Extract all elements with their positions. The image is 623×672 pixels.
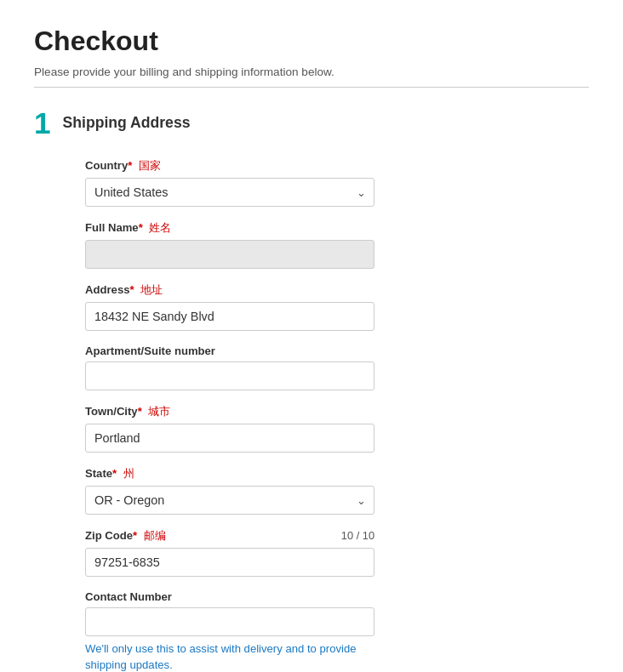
step-number: 1 bbox=[34, 108, 51, 138]
zip-input[interactable] bbox=[85, 548, 374, 577]
zip-count: 10 / 10 bbox=[341, 529, 374, 542]
zip-group: Zip Code* 邮编 10 / 10 bbox=[85, 528, 589, 577]
country-select[interactable]: United States Canada United Kingdom Aust… bbox=[85, 178, 374, 207]
section-title: Shipping Address bbox=[63, 114, 191, 132]
country-select-wrapper: United States Canada United Kingdom Aust… bbox=[85, 178, 374, 207]
zip-label-row: Zip Code* 邮编 10 / 10 bbox=[85, 528, 374, 544]
apt-label: Apartment/Suite number bbox=[85, 345, 589, 357]
contact-group: Contact Number We'll only use this to as… bbox=[85, 590, 589, 672]
contact-hint: We'll only use this to assist with deliv… bbox=[85, 641, 374, 672]
contact-label: Contact Number bbox=[85, 590, 589, 603]
town-label: Town/City* 城市 bbox=[85, 404, 589, 419]
full-name-label: Full Name* 姓名 bbox=[85, 220, 589, 236]
full-name-input[interactable] bbox=[85, 240, 374, 269]
town-input[interactable] bbox=[85, 424, 374, 453]
country-group: Country* 国家 United States Canada United … bbox=[85, 158, 589, 207]
state-label: State* 州 bbox=[85, 466, 589, 481]
state-group: State* 州 OR - Oregon CA - California WA … bbox=[85, 466, 589, 515]
divider bbox=[34, 87, 589, 88]
country-label: Country* 国家 bbox=[85, 158, 589, 174]
address-group: Address* 地址 bbox=[85, 282, 589, 331]
apt-input[interactable] bbox=[85, 362, 374, 390]
address-input[interactable] bbox=[85, 302, 374, 331]
state-select-wrapper: OR - Oregon CA - California WA - Washing… bbox=[85, 486, 374, 515]
page-title: Checkout bbox=[34, 26, 589, 57]
apt-group: Apartment/Suite number bbox=[85, 345, 589, 390]
contact-input[interactable] bbox=[85, 607, 374, 636]
zip-label: Zip Code* 邮编 bbox=[85, 528, 166, 544]
full-name-group: Full Name* 姓名 bbox=[85, 220, 589, 269]
shipping-form: Country* 国家 United States Canada United … bbox=[85, 158, 589, 672]
page-subtitle: Please provide your billing and shipping… bbox=[34, 65, 589, 78]
town-group: Town/City* 城市 bbox=[85, 404, 589, 453]
state-select[interactable]: OR - Oregon CA - California WA - Washing… bbox=[85, 486, 374, 515]
address-label: Address* 地址 bbox=[85, 282, 589, 298]
section-header: 1 Shipping Address bbox=[34, 108, 589, 138]
